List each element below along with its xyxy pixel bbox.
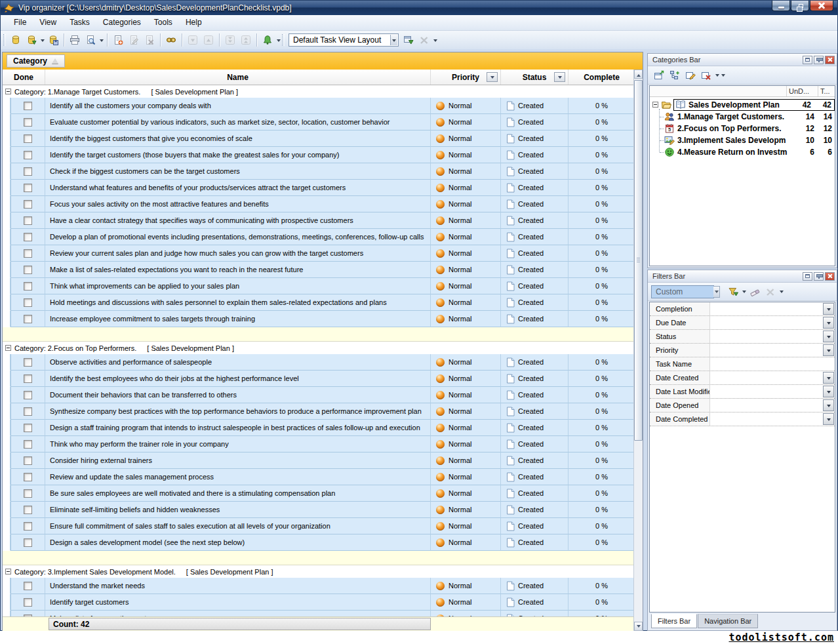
tab-filters-bar[interactable]: Filters Bar	[651, 614, 697, 628]
panel-pin-button[interactable]	[814, 272, 824, 281]
task-name-cell[interactable]: Have a clear contact strategy that speci…	[45, 212, 431, 229]
tree-item-3-implement-sales-developm[interactable]: 3.Implement Sales Developm1010	[650, 134, 835, 146]
edit-category-button[interactable]	[683, 68, 698, 83]
task-priority-cell[interactable]: Normal	[431, 578, 501, 594]
task-row[interactable]: Ensure full commitment of sales staff to…	[3, 518, 635, 534]
task-done-checkbox[interactable]	[24, 358, 32, 367]
task-complete-cell[interactable]: 0 %	[569, 387, 635, 403]
group-by-category-button[interactable]: Category	[7, 54, 65, 68]
task-priority-cell[interactable]: Normal	[431, 518, 501, 534]
vertical-scrollbar[interactable]	[633, 70, 643, 631]
task-priority-cell[interactable]: Normal	[431, 502, 501, 518]
task-row[interactable]: Focus your sales activity on the most at…	[3, 196, 635, 212]
scrollbar-thumb[interactable]	[634, 80, 643, 441]
task-status-cell[interactable]: Created	[501, 436, 569, 453]
new-subcategory-button[interactable]	[667, 68, 683, 83]
task-complete-cell[interactable]: 0 %	[569, 131, 635, 147]
task-priority-cell[interactable]: Normal	[431, 371, 501, 387]
task-status-cell[interactable]: Created	[501, 371, 569, 387]
new-category-button[interactable]	[651, 68, 667, 83]
task-done-checkbox[interactable]	[24, 282, 32, 291]
task-row[interactable]: Eliminate self-limiting beliefs and hidd…	[3, 502, 635, 518]
task-priority-cell[interactable]: Normal	[431, 163, 501, 180]
task-complete-cell[interactable]: 0 %	[569, 534, 635, 551]
new-task-button[interactable]	[110, 33, 126, 47]
task-status-cell[interactable]: Created	[501, 578, 569, 594]
collapse-icon[interactable]	[652, 102, 658, 108]
task-complete-cell[interactable]: 0 %	[569, 518, 635, 534]
task-row[interactable]: Think what improvements can be applied t…	[3, 278, 635, 294]
task-name-cell[interactable]: Design a sales development model (see th…	[45, 534, 431, 551]
task-priority-cell[interactable]: Normal	[431, 611, 501, 616]
task-name-cell[interactable]: Check if the biggest customers can be th…	[45, 163, 431, 180]
panel-close-button[interactable]	[825, 56, 835, 64]
task-done-checkbox[interactable]	[24, 522, 32, 531]
filter-value-date-created[interactable]	[710, 371, 835, 384]
status-filter-button[interactable]	[554, 72, 565, 82]
filter-dropdown-button[interactable]	[823, 303, 834, 315]
save-database-button[interactable]	[45, 33, 61, 47]
task-row[interactable]: Have a clear contact strategy that speci…	[3, 212, 635, 229]
task-priority-cell[interactable]: Normal	[431, 98, 501, 114]
task-row[interactable]: Understand the market needsNormalCreated…	[3, 578, 635, 594]
task-priority-cell[interactable]: Normal	[431, 262, 501, 278]
tree-item-2-focus-on-top-performers-[interactable]: 52.Focus on Top Performers.1212	[650, 123, 835, 134]
filter-dropdown-button[interactable]	[823, 386, 834, 397]
task-name-cell[interactable]: Understand the market needs	[45, 578, 431, 594]
task-name-cell[interactable]: Identify the target customers (those buy…	[45, 147, 431, 163]
task-done-checkbox[interactable]	[24, 582, 32, 590]
task-done-checkbox[interactable]	[24, 118, 32, 127]
menu-tools[interactable]: Tools	[148, 16, 179, 30]
task-done-checkbox[interactable]	[24, 374, 32, 383]
task-status-cell[interactable]: Created	[501, 611, 569, 616]
task-status-cell[interactable]: Created	[501, 485, 569, 502]
task-complete-cell[interactable]: 0 %	[569, 294, 635, 311]
task-status-cell[interactable]: Created	[501, 131, 569, 147]
task-done-checkbox[interactable]	[24, 440, 32, 449]
task-priority-cell[interactable]: Normal	[431, 311, 501, 327]
task-row[interactable]: Identify the best employees who do their…	[3, 371, 635, 387]
reminder-button[interactable]	[260, 33, 275, 47]
task-name-cell[interactable]: Design a staff training program that int…	[45, 420, 431, 436]
task-done-checkbox[interactable]	[24, 249, 32, 258]
column-header-done[interactable]: Done	[3, 70, 45, 85]
task-row[interactable]: Think who may perform the trainer role i…	[3, 436, 635, 453]
task-priority-cell[interactable]: Normal	[431, 594, 501, 611]
scroll-up-button[interactable]	[634, 70, 643, 79]
task-complete-cell[interactable]: 0 %	[569, 453, 635, 469]
task-complete-cell[interactable]: 0 %	[569, 262, 635, 278]
tree-item-4-measure-return-on-investm[interactable]: 4.Measure Return on Investm66	[650, 146, 835, 158]
task-row[interactable]: Make a list of sales-related expectation…	[3, 262, 635, 278]
task-complete-cell[interactable]: 0 %	[569, 114, 635, 131]
task-row[interactable]: Observe activities and performance of sa…	[3, 354, 635, 371]
task-row[interactable]: Evaluate customer potential by various i…	[3, 114, 635, 131]
tree-column-total[interactable]: T...	[818, 86, 835, 96]
task-name-cell[interactable]: Hold meetings and discussions with sales…	[45, 294, 431, 311]
task-name-cell[interactable]: Identify target customers	[45, 594, 431, 611]
task-row[interactable]: Identify the biggest customers that give…	[3, 131, 635, 147]
task-row[interactable]: Hold meetings and discussions with sales…	[3, 294, 635, 311]
task-complete-cell[interactable]: 0 %	[569, 98, 635, 114]
filter-dropdown-button[interactable]	[823, 372, 834, 384]
tree-root-row[interactable]: Sales Development Plan 42 42	[650, 98, 835, 111]
category-group-header[interactable]: Category: 2.Focus on Top Performers.[ Sa…	[3, 342, 635, 354]
print-button[interactable]	[67, 33, 83, 47]
task-status-cell[interactable]: Created	[501, 594, 569, 611]
task-row[interactable]: Check if the biggest customers can be th…	[3, 163, 635, 180]
task-name-cell[interactable]: Eliminate self-limiting beliefs and hidd…	[45, 502, 431, 518]
chevron-down-icon[interactable]	[275, 33, 281, 47]
task-complete-cell[interactable]: 0 %	[569, 371, 635, 387]
filter-value-due-date[interactable]	[710, 316, 835, 329]
task-done-checkbox[interactable]	[24, 266, 32, 274]
scroll-down-button[interactable]	[634, 622, 643, 631]
task-done-checkbox[interactable]	[24, 216, 32, 225]
task-status-cell[interactable]: Created	[501, 163, 569, 180]
task-done-checkbox[interactable]	[24, 167, 32, 176]
task-row[interactable]: Be sure sales employees are well motivat…	[3, 485, 635, 502]
menu-categories[interactable]: Categories	[96, 16, 148, 30]
task-row[interactable]: Document their behaviors that can be tra…	[3, 387, 635, 403]
task-complete-cell[interactable]: 0 %	[569, 420, 635, 436]
open-database-button[interactable]	[24, 33, 39, 47]
new-database-button[interactable]	[8, 33, 24, 47]
task-done-checkbox[interactable]	[24, 489, 32, 498]
